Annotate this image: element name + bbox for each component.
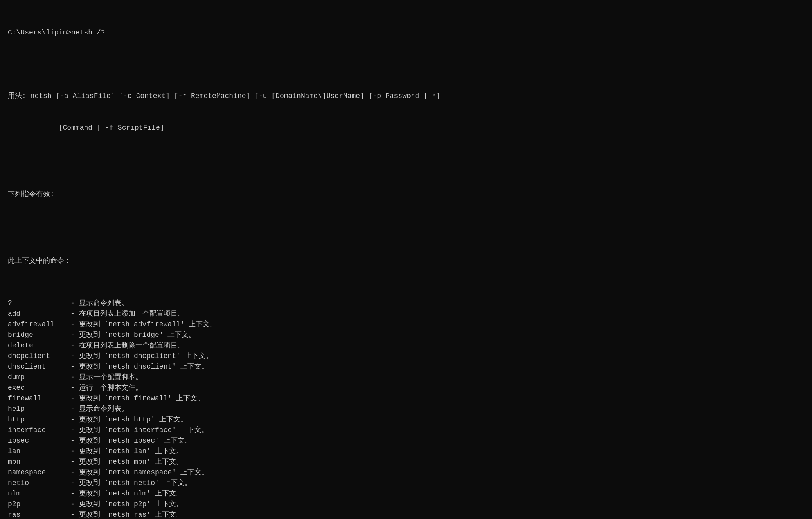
table-row: lan- 更改到 `netsh lan' 上下文。 [8, 446, 804, 457]
cmd-desc: - 更改到 `netsh p2p' 上下文。 [70, 499, 183, 510]
cmd-name: exec [8, 383, 70, 393]
table-row: netio- 更改到 `netsh netio' 上下文。 [8, 478, 804, 488]
blank-line-3 [8, 221, 804, 231]
table-row: namespace- 更改到 `netsh namespace' 上下文。 [8, 467, 804, 478]
cmd-name: dump [8, 372, 70, 383]
context-header: 此上下文中的命令： [8, 256, 804, 266]
cmd-name: mbn [8, 457, 70, 467]
cmd-desc: - 更改到 `netsh ipsec' 上下文。 [70, 436, 192, 446]
blank-line-1 [8, 59, 804, 70]
cmd-desc: - 显示命令列表。 [70, 404, 128, 414]
table-row: ipsec- 更改到 `netsh ipsec' 上下文。 [8, 436, 804, 446]
cmd-desc: - 在项目列表上添加一个配置项目。 [70, 309, 185, 319]
cmd-desc: - 更改到 `netsh nlm' 上下文。 [70, 488, 183, 499]
table-row: add- 在项目列表上添加一个配置项目。 [8, 309, 804, 319]
cmd-name: dhcpclient [8, 351, 70, 362]
cmd-name: http [8, 414, 70, 425]
cmd-name: help [8, 404, 70, 414]
table-row: dnsclient- 更改到 `netsh dnsclient' 上下文。 [8, 362, 804, 372]
cmd-desc: - 更改到 `netsh interface' 上下文。 [70, 425, 209, 436]
cmd-name: dnsclient [8, 362, 70, 372]
cmd-name: netio [8, 478, 70, 488]
cmd-desc: - 更改到 `netsh lan' 上下文。 [70, 446, 183, 457]
table-row: nlm- 更改到 `netsh nlm' 上下文。 [8, 488, 804, 499]
cmd-desc: - 在项目列表上删除一个配置项目。 [70, 340, 185, 351]
cmd-name: ipsec [8, 436, 70, 446]
valid-commands-header: 下列指令有效: [8, 189, 804, 200]
cmd-desc: - 更改到 `netsh namespace' 上下文。 [70, 467, 209, 478]
cmd-desc: - 更改到 `netsh bridge' 上下文。 [70, 330, 196, 340]
table-row: exec- 运行一个脚本文件。 [8, 383, 804, 393]
cmd-name: ? [8, 298, 70, 309]
table-row: firewall- 更改到 `netsh firewall' 上下文。 [8, 393, 804, 404]
table-row: mbn- 更改到 `netsh mbn' 上下文。 [8, 457, 804, 467]
usage-line: 用法: netsh [-a AliasFile] [-c Context] [-… [8, 91, 804, 101]
table-row: p2p- 更改到 `netsh p2p' 上下文。 [8, 499, 804, 510]
blank-line-2 [8, 154, 804, 165]
table-row: advfirewall- 更改到 `netsh advfirewall' 上下文… [8, 319, 804, 330]
commands-list: ?- 显示命令列表。add- 在项目列表上添加一个配置项目。advfirewal… [8, 298, 804, 519]
cmd-desc: - 显示一个配置脚本。 [70, 372, 142, 383]
cmd-desc: - 更改到 `netsh http' 上下文。 [70, 414, 187, 425]
cmd-name: bridge [8, 330, 70, 340]
cmd-name: delete [8, 340, 70, 351]
cmd-name: interface [8, 425, 70, 436]
table-row: dump- 显示一个配置脚本。 [8, 372, 804, 383]
table-row: bridge- 更改到 `netsh bridge' 上下文。 [8, 330, 804, 340]
cmd-desc: - 更改到 `netsh dhcpclient' 上下文。 [70, 351, 213, 362]
table-row: http- 更改到 `netsh http' 上下文。 [8, 414, 804, 425]
usage-cont: [Command | -f ScriptFile] [8, 123, 804, 133]
prompt-line: C:\Users\lipin>netsh /? [8, 27, 804, 38]
table-row: delete- 在项目列表上删除一个配置项目。 [8, 340, 804, 351]
terminal-output: C:\Users\lipin>netsh /? 用法: netsh [-a Al… [8, 6, 804, 519]
cmd-desc: - 更改到 `netsh ras' 上下文。 [70, 510, 183, 519]
cmd-name: ras [8, 510, 70, 519]
table-row: help- 显示命令列表。 [8, 404, 804, 414]
cmd-desc: - 更改到 `netsh advfirewall' 上下文。 [70, 319, 217, 330]
cmd-name: p2p [8, 499, 70, 510]
table-row: interface- 更改到 `netsh interface' 上下文。 [8, 425, 804, 436]
cmd-name: lan [8, 446, 70, 457]
cmd-desc: - 更改到 `netsh netio' 上下文。 [70, 478, 192, 488]
cmd-name: firewall [8, 393, 70, 404]
cmd-desc: - 运行一个脚本文件。 [70, 383, 142, 393]
cmd-desc: - 更改到 `netsh firewall' 上下文。 [70, 393, 204, 404]
cmd-name: add [8, 309, 70, 319]
cmd-desc: - 更改到 `netsh mbn' 上下文。 [70, 457, 183, 467]
cmd-name: advfirewall [8, 319, 70, 330]
table-row: dhcpclient- 更改到 `netsh dhcpclient' 上下文。 [8, 351, 804, 362]
cmd-desc: - 显示命令列表。 [70, 298, 128, 309]
cmd-name: namespace [8, 467, 70, 478]
table-row: ?- 显示命令列表。 [8, 298, 804, 309]
cmd-desc: - 更改到 `netsh dnsclient' 上下文。 [70, 362, 209, 372]
table-row: ras- 更改到 `netsh ras' 上下文。 [8, 510, 804, 519]
cmd-name: nlm [8, 488, 70, 499]
